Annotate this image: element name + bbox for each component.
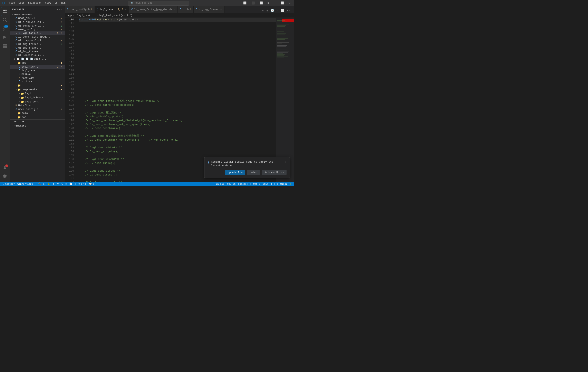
- notification-close-icon[interactable]: ✕: [285, 160, 286, 164]
- close-icon[interactable]: ✕: [16, 32, 17, 35]
- trash-icon: 🗑: [57, 183, 59, 185]
- language-status[interactable]: { } C: [270, 183, 279, 185]
- debug-status[interactable]: 🐛: [46, 182, 52, 186]
- accounts-activity-icon[interactable]: 1: [1, 164, 9, 172]
- platform-status[interactable]: Win32: [279, 183, 289, 185]
- sidebar-content[interactable]: ▾ Open Editors C W800_SDK.cd... M C ui.c…: [10, 13, 65, 182]
- file-lvgl-task-c[interactable]: C lvgl_task.c 9, M: [10, 65, 65, 69]
- settings-icon[interactable]: ⚙: [265, 8, 269, 13]
- cursor-position-status[interactable]: Ln 119, Col 35: [215, 183, 237, 185]
- explorer-activity-icon[interactable]: [1, 7, 9, 16]
- warning-bell-status[interactable]: ⚠: [289, 182, 293, 185]
- outline-section[interactable]: › Outline: [10, 119, 65, 124]
- tab-lvgl-task[interactable]: C lvgl_task.c 9, M ✕: [95, 6, 129, 13]
- play-status[interactable]: ▶: [42, 182, 46, 186]
- info-status[interactable]: 💬 0: [88, 182, 95, 186]
- extensions-activity-icon[interactable]: [1, 42, 9, 50]
- bin-folder[interactable]: › 📁 bin: [10, 83, 65, 88]
- layout-icon[interactable]: ⊞: [266, 1, 271, 5]
- restore-button[interactable]: ⬜: [279, 1, 285, 5]
- open-editor-lvgl-task[interactable]: ✕ C lvgl_task.c... 9, M: [10, 31, 65, 35]
- code-line: [79, 80, 276, 84]
- menu-file[interactable]: File: [7, 1, 17, 5]
- title-search-box[interactable]: 🔍 w80x-sdk-lcd: [128, 1, 189, 6]
- open-editor-ui-img-3[interactable]: C ui_img_frames...: [10, 50, 65, 53]
- tab-bar: C user_config.h M C lvgl_task.c 9, M ✕ C…: [65, 6, 294, 13]
- file-picture-h[interactable]: C picture.h: [10, 80, 65, 83]
- source-control-activity-icon[interactable]: 2K+: [1, 24, 9, 33]
- layout-toggle-icon[interactable]: ⬜: [242, 1, 248, 5]
- bracket-status[interactable]: ]: [73, 182, 77, 186]
- tab-lv-demo-fatfs[interactable]: C lv_demo_fatfs_jpeg_decode.c: [129, 6, 178, 13]
- breadcrumb-file[interactable]: lvgl_task.c: [77, 14, 93, 17]
- line-number: 131: [65, 138, 74, 142]
- errors-status[interactable]: ⊘ 9 △ 0: [77, 182, 88, 186]
- open-editor-ui-temp[interactable]: C ui_temporary_i... U: [10, 24, 65, 28]
- menu-more[interactable]: ···: [68, 1, 75, 5]
- menu-edit[interactable]: Edit: [17, 1, 26, 5]
- eol-status[interactable]: CRLF: [262, 183, 270, 185]
- terminal-status[interactable]: ⚙: [52, 182, 55, 186]
- sidebar-toggle-icon[interactable]: ⬜: [258, 1, 264, 5]
- lvgl-drivers-subfolder[interactable]: › 📁 lvgl_drivers: [10, 96, 65, 100]
- open-editor-ui-h[interactable]: C ui.h app\soluti... M: [10, 39, 65, 42]
- later-button[interactable]: Later: [247, 170, 260, 175]
- split-editor-icon[interactable]: ⊡: [261, 8, 265, 13]
- run-debug-activity-icon[interactable]: [1, 33, 9, 41]
- settings-activity-icon[interactable]: [1, 172, 9, 180]
- search-activity-icon[interactable]: [1, 16, 9, 24]
- winner-micro-status[interactable]: WinnerMicro [: [16, 182, 37, 186]
- file-status[interactable]: 📄: [68, 182, 73, 186]
- panel-toggle-icon[interactable]: ⬛: [250, 1, 256, 5]
- sync-status[interactable]: ↻: [60, 182, 64, 186]
- open-editor-lv-demo[interactable]: C lv_demo_fatfs_jpeg...: [10, 35, 65, 39]
- close-button[interactable]: ✕: [287, 1, 292, 5]
- demo-folder[interactable]: › 📁 demo: [10, 111, 65, 115]
- tab-user-config[interactable]: C user_config.h M: [65, 6, 95, 13]
- minimize-button[interactable]: —: [273, 1, 277, 5]
- more-actions-icon[interactable]: ···: [286, 8, 293, 13]
- diff-icon[interactable]: ⇄: [275, 8, 279, 13]
- open-editor-W800[interactable]: C W800_SDK.cd... M: [10, 17, 65, 20]
- tab-close-icon[interactable]: ✕: [125, 8, 127, 11]
- tab-overflow-icon[interactable]: ≫: [220, 8, 222, 11]
- doc-folder[interactable]: › 📁 doc: [10, 115, 65, 119]
- components-folder[interactable]: ▾ 📁 components: [10, 88, 65, 92]
- chevron-down-icon: ▾: [16, 62, 17, 64]
- tab-ui-img-frames[interactable]: C ui_img_frames ≫: [194, 6, 224, 13]
- open-editor-ui-img-1[interactable]: C ui_img_frames... U: [10, 42, 65, 46]
- lvgl-subfolder[interactable]: › 📁 lvgl: [10, 92, 65, 96]
- app-folder[interactable]: ▾ 📁 app: [10, 61, 65, 65]
- timeline-section[interactable]: › Timeline: [10, 124, 65, 128]
- history-icon[interactable]: 🕐: [270, 8, 275, 13]
- breadcrumb-function[interactable]: lvgl_task_start(void *): [98, 14, 132, 17]
- menu-view[interactable]: View: [43, 1, 52, 5]
- release-notes-button[interactable]: Release Notes: [262, 170, 286, 175]
- open-editor-ui-screen1[interactable]: C ui_Screen1.c a...: [10, 53, 65, 57]
- spaces-status[interactable]: Spaces: 4: [237, 183, 252, 185]
- open-editors-section[interactable]: ▾ Open Editors: [10, 13, 65, 17]
- new-file-icon[interactable]: ···: [57, 8, 62, 11]
- file-lvgl-task-h[interactable]: C lvgl_task.h: [10, 69, 65, 72]
- encoding-status[interactable]: UTF-8: [252, 183, 262, 185]
- file-root-makefile[interactable]: M Makefile: [10, 104, 65, 108]
- open-editor-ui-img-2[interactable]: C ui_img_frames...: [10, 46, 65, 50]
- git-branch-status[interactable]: ⑂ master*: [2, 182, 16, 186]
- menu-selection[interactable]: Selection: [27, 1, 43, 5]
- breadcrumb-app[interactable]: app: [67, 14, 72, 17]
- open-editor-user-config[interactable]: C user_config.h... M: [10, 28, 65, 31]
- menu-run[interactable]: Run: [60, 1, 67, 5]
- menu-go[interactable]: Go: [53, 1, 59, 5]
- file-main-c[interactable]: C main.c: [10, 72, 65, 76]
- tab-ui-h[interactable]: C ui.h M: [178, 6, 194, 13]
- settings-status[interactable]: ⚙: [64, 182, 68, 186]
- update-now-button[interactable]: Update Now: [225, 170, 245, 175]
- file-root-user-config[interactable]: C user_config.h M: [10, 108, 65, 111]
- lvgl-port-subfolder[interactable]: › 📁 lvgl_port: [10, 100, 65, 104]
- trash-status[interactable]: 🗑: [55, 182, 60, 186]
- file-makefile[interactable]: M Makefile: [10, 76, 65, 80]
- project-root-folder[interactable]: ▾ ⚙ 📋 📄 🔄 📄 W80X-...: [10, 57, 65, 61]
- open-editor-ui-c[interactable]: C ui.c app\soluti... M: [10, 20, 65, 24]
- layout-icon[interactable]: ⬜: [280, 8, 285, 13]
- run-status[interactable]: 🔨: [37, 182, 42, 186]
